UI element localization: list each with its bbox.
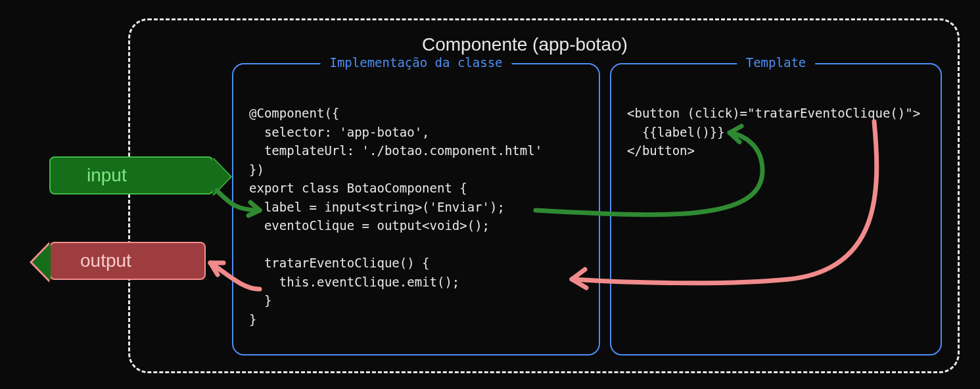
- input-tag: input: [49, 156, 214, 194]
- template-panel: Template <button (click)="tratarEventoCl…: [610, 63, 942, 355]
- template-panel-title: Template: [737, 55, 816, 70]
- class-panel-title: Implementação da classe: [320, 55, 511, 70]
- template-code: <button (click)="tratarEventoClique()"> …: [627, 104, 920, 160]
- input-tag-label: input: [87, 165, 127, 186]
- component-title: Componente (app-botao): [414, 34, 636, 55]
- output-tag: output: [49, 242, 206, 280]
- class-panel: Implementação da classe @Component({ sel…: [232, 63, 600, 355]
- class-code: @Component({ selector: 'app-botao', temp…: [249, 104, 542, 329]
- output-tag-label: output: [80, 250, 131, 271]
